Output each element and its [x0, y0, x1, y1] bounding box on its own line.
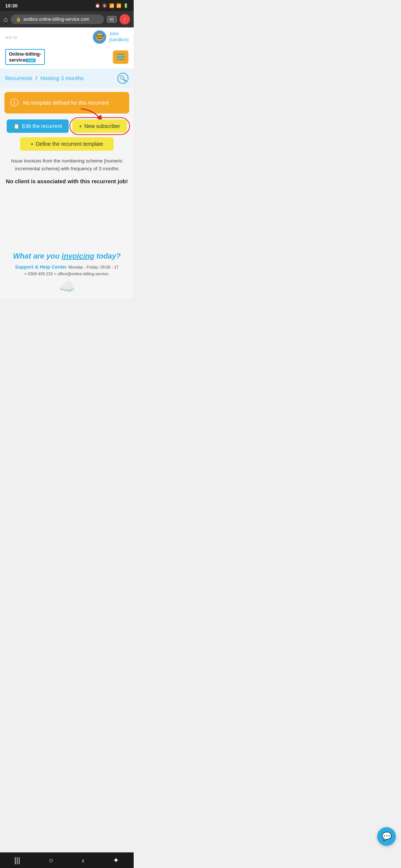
breadcrumb: Recurrents / Hosting 3 months 🔍	[0, 69, 134, 88]
spacer	[0, 200, 134, 244]
support-label[interactable]: Support & Help Center	[15, 264, 67, 270]
info-description: Issue invoices from the numbering scheme…	[4, 157, 129, 173]
user-name: John	[109, 31, 128, 37]
mute-icon: 🔇	[102, 3, 107, 8]
signal-icon: 📶	[116, 3, 121, 8]
logo-text: Online-billing- service.com	[9, 51, 41, 63]
lock-icon: 🔒	[16, 17, 21, 22]
home-icon[interactable]: ⌂	[4, 16, 8, 23]
footer-support-row: Support & Help Center Monday - Friday: 0…	[5, 263, 128, 270]
footer-promo: What are you invoicing today? Support & …	[0, 244, 134, 298]
menu-button[interactable]	[113, 50, 128, 64]
footer-logo-graphic: ☁️	[5, 279, 128, 295]
alert-text: No template defined for this recurrent	[23, 100, 109, 106]
new-subscriber-button[interactable]: + New subscriber	[72, 119, 127, 133]
hamburger-icon	[117, 54, 125, 60]
url-bar[interactable]: 🔒 andbox.online-billing-service.com	[11, 14, 104, 24]
alarm-icon: ⏰	[95, 3, 100, 8]
search-button[interactable]: 🔍	[117, 73, 128, 84]
tabs-badge[interactable]: 82	[107, 16, 117, 23]
breadcrumb-separator: /	[36, 75, 37, 81]
battery-icon: 🔋	[123, 3, 128, 8]
avatar: 🤓	[93, 30, 106, 44]
alert-banner: ⓘ No template defined for this recurrent	[4, 92, 129, 114]
status-bar: 10:30 ⏰ 🔇 📶 📶 🔋	[0, 0, 134, 11]
logo[interactable]: Online-billing- service.com	[5, 49, 45, 65]
browser-bar: ⌂ 🔒 andbox.online-billing-service.com 82…	[0, 11, 134, 27]
user-sandbox: [sandbox]	[109, 37, 128, 43]
invoicing-text: invoicing	[62, 252, 94, 260]
edit-icon: 📋	[13, 123, 20, 129]
app-header: app by 🤓 John [sandbox]	[0, 27, 134, 47]
breadcrumb-current: Hosting 3 months	[40, 75, 84, 81]
main-content: ⓘ No template defined for this recurrent…	[0, 88, 134, 200]
wifi-icon: 📶	[109, 3, 114, 8]
breadcrumb-parent[interactable]: Recurrents	[5, 75, 32, 81]
user-info: 🤓 John [sandbox]	[93, 30, 128, 44]
breadcrumb-links: Recurrents / Hosting 3 months	[5, 75, 84, 82]
define-template-button[interactable]: + Define the recurrent template	[20, 137, 114, 151]
edit-recurrent-button[interactable]: 📋 Edit the recurrent	[7, 119, 68, 133]
footer-tagline: What are you invoicing today?	[5, 252, 128, 260]
url-text: andbox.online-billing-service.com	[23, 17, 99, 22]
top-buttons-row: 📋 Edit the recurrent + New subscriber	[7, 119, 127, 133]
upload-button[interactable]: ↑	[120, 14, 130, 24]
support-hours: Monday - Friday: 09:00 - 17	[68, 265, 118, 269]
app-by-label: app by	[5, 35, 17, 39]
status-time: 10:30	[5, 3, 17, 9]
buttons-area: 📋 Edit the recurrent + New subscriber + …	[4, 119, 129, 151]
status-icons: ⏰ 🔇 📶 📶 🔋	[95, 3, 128, 8]
plus-icon-2: +	[30, 141, 33, 147]
plus-icon: +	[79, 123, 82, 129]
footer-contact: > 0368 409 233 > office@online-billing-s…	[5, 272, 128, 276]
search-icon: 🔍	[119, 75, 127, 82]
new-subscriber-wrapper: + New subscriber	[72, 119, 127, 133]
alert-icon: ⓘ	[10, 97, 19, 108]
no-client-text: No client is associated with this recurr…	[4, 178, 129, 184]
logo-row: Online-billing- service.com	[0, 47, 134, 69]
